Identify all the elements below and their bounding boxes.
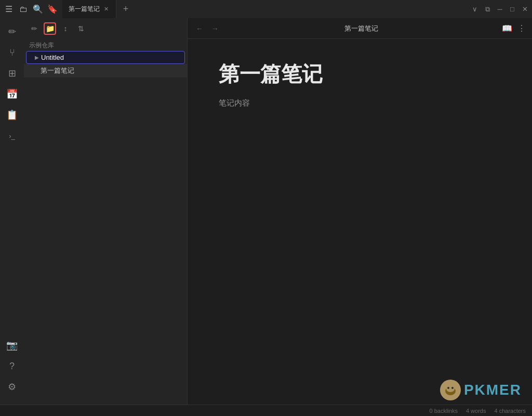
editor-title: 第一篇笔记: [221, 24, 502, 33]
editor-header: ← → 第一篇笔记 📖 ⋮: [188, 18, 532, 39]
svg-point-2: [446, 386, 455, 392]
minimize-button[interactable]: ─: [497, 6, 503, 12]
note-title: 第一篇笔记: [219, 60, 501, 88]
folder-icon[interactable]: 🗀: [19, 5, 28, 14]
svg-point-3: [447, 387, 449, 389]
search-icon[interactable]: 🔍: [33, 5, 43, 14]
activity-notes-icon[interactable]: ✏: [3, 22, 21, 41]
close-button[interactable]: ✕: [522, 6, 528, 12]
main-layout: ✏ ⑂ ⊞ 📅 📋 ›_ 📷 ? ⚙ ✏ 📁 ↕ ⇅ 示例仓库 ▶ Untitl…: [0, 18, 532, 405]
sort-icon[interactable]: ↕: [59, 22, 72, 35]
activity-calendar-icon[interactable]: 📅: [3, 85, 21, 103]
new-note-icon[interactable]: ✏: [28, 22, 41, 35]
activity-bar: ✏ ⑂ ⊞ 📅 📋 ›_ 📷 ? ⚙: [0, 18, 24, 405]
activity-grid-icon[interactable]: ⊞: [3, 64, 21, 83]
tree-item-first-note[interactable]: 第一篇笔记: [24, 64, 187, 77]
chevron-down-icon[interactable]: ∨: [472, 6, 478, 12]
editor-actions: 📖 ⋮: [502, 23, 526, 33]
collapse-icon[interactable]: ⇅: [75, 22, 87, 35]
chevron-right-icon: ▶: [35, 55, 39, 60]
bookmark-icon[interactable]: 🔖: [48, 5, 57, 14]
backlinks-status: 0 backlinks: [430, 408, 458, 414]
activity-files-icon[interactable]: 📋: [3, 106, 21, 124]
back-button[interactable]: ←: [194, 23, 205, 34]
activity-graph-icon[interactable]: ⑂: [3, 43, 21, 62]
tab-close-icon[interactable]: ✕: [103, 5, 110, 14]
activity-bar-top: ✏ ⑂ ⊞ 📅 📋 ›_: [3, 22, 21, 336]
pkmer-watermark: PKMER: [440, 380, 522, 400]
pkmer-text: PKMER: [464, 382, 522, 398]
activity-terminal-icon[interactable]: ›_: [3, 126, 21, 145]
tree-item-label: Untitled: [41, 54, 64, 61]
editor-nav: ← →: [194, 23, 221, 34]
activity-help-icon[interactable]: ?: [3, 357, 21, 375]
split-view-icon[interactable]: ⧉: [484, 6, 490, 12]
title-bar-right: ∨ ⧉ ─ □ ✕: [472, 6, 528, 12]
sidebar-toggle-icon[interactable]: ☰: [4, 5, 14, 14]
status-bar: 0 backlinks 4 words 4 characters: [0, 405, 532, 416]
title-bar-left: ☰ 🗀 🔍 🔖: [4, 5, 57, 14]
tab-first-note[interactable]: 第一篇笔记 ✕: [62, 0, 116, 18]
activity-settings-icon[interactable]: ⚙: [3, 378, 21, 396]
more-options-icon[interactable]: ⋮: [517, 23, 526, 33]
sidebar-toolbar: ✏ 📁 ↕ ⇅: [24, 18, 187, 39]
svg-point-4: [451, 387, 454, 389]
new-folder-icon[interactable]: 📁: [44, 22, 56, 35]
editor-content: 第一篇笔记 笔记内容: [188, 39, 532, 405]
tab-bar: 第一篇笔记 ✕ +: [62, 0, 472, 18]
tab-label: 第一篇笔记: [69, 5, 100, 14]
book-icon[interactable]: 📖: [502, 23, 512, 33]
note-body[interactable]: 笔记内容: [219, 97, 501, 109]
title-bar: ☰ 🗀 🔍 🔖 第一篇笔记 ✕ + ∨ ⧉ ─ □ ✕: [0, 0, 532, 18]
tree-item-child-label: 第一篇笔记: [41, 66, 74, 75]
editor-area: ← → 第一篇笔记 📖 ⋮ 第一篇笔记 笔记内容: [188, 18, 532, 405]
activity-camera-icon[interactable]: 📷: [3, 336, 21, 355]
characters-status: 4 characters: [494, 408, 526, 414]
activity-bar-bottom: 📷 ? ⚙: [3, 336, 21, 400]
words-status: 4 words: [466, 408, 486, 414]
tab-add-button[interactable]: +: [118, 2, 133, 17]
pkmer-logo: [440, 380, 461, 400]
vault-label: 示例仓库: [24, 39, 187, 51]
forward-button[interactable]: →: [209, 23, 221, 34]
sidebar: ✏ 📁 ↕ ⇅ 示例仓库 ▶ Untitled 第一篇笔记: [24, 18, 188, 405]
tree-item-untitled[interactable]: ▶ Untitled: [26, 51, 185, 64]
maximize-button[interactable]: □: [509, 6, 515, 12]
